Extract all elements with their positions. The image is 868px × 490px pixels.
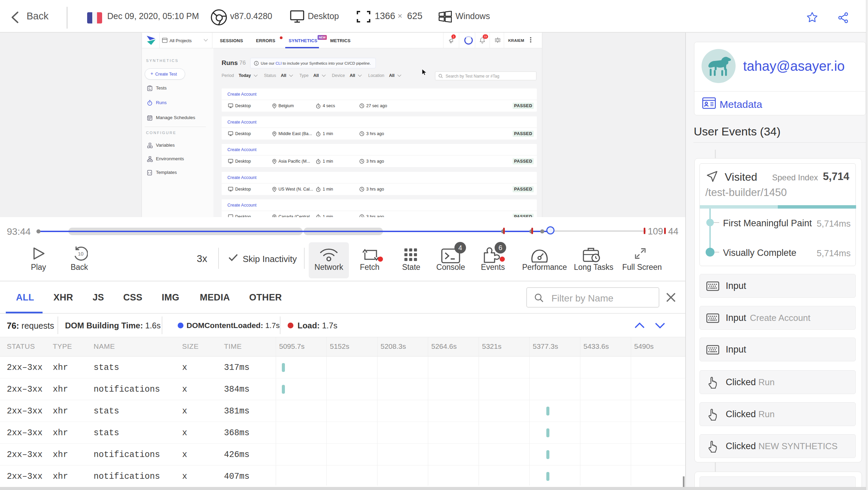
svg-text:10: 10: [78, 251, 84, 257]
